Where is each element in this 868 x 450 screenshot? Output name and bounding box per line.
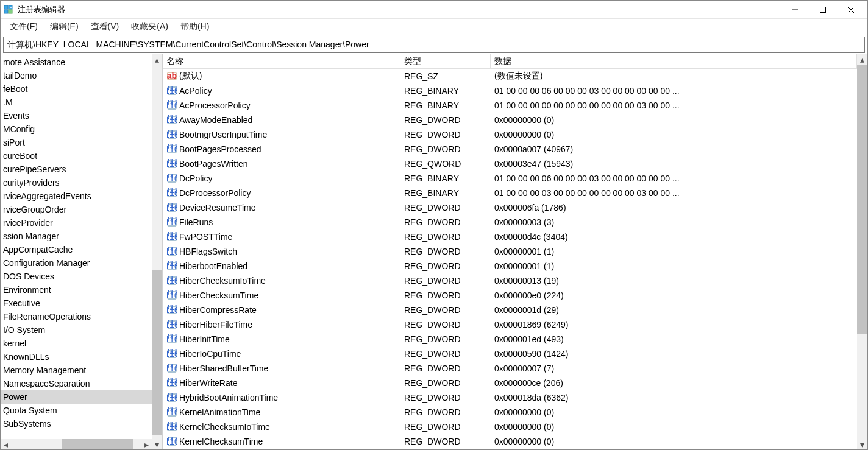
list-row[interactable]: 011110DeviceResumeTimeREG_DWORD0x000006f… [163, 200, 857, 215]
tree-item[interactable]: Configuration Manager [1, 256, 152, 270]
tree-item[interactable]: I/O System [1, 323, 152, 337]
value-name: HiberCompressRate [179, 305, 257, 315]
tree-item[interactable]: feBoot [1, 82, 152, 96]
tree-item[interactable]: Memory Management [1, 364, 152, 377]
tree-item[interactable]: .M [1, 96, 152, 109]
list-row[interactable]: 011110FwPOSTTimeREG_DWORD0x00000d4c (340… [163, 230, 857, 244]
binary-value-icon: 011110 [166, 188, 177, 199]
list-row[interactable]: ab(默认)REG_SZ(数值未设置) [163, 69, 857, 83]
menu-help[interactable]: 帮助(H) [175, 19, 215, 34]
scroll-down-icon[interactable]: ▾ [152, 439, 162, 449]
list-row[interactable]: 011110HiberChecksumTimeREG_DWORD0x000000… [163, 288, 857, 303]
list-row[interactable]: 011110HiberIoCpuTimeREG_DWORD0x00000590 … [163, 346, 857, 361]
menu-file[interactable]: 文件(F) [4, 19, 43, 34]
scroll-up-icon[interactable]: ▴ [857, 54, 867, 65]
tree-item[interactable]: Events [1, 109, 152, 122]
scroll-down-icon[interactable]: ▾ [857, 439, 867, 449]
tree-item[interactable]: Power [1, 390, 152, 404]
address-bar[interactable]: 计算机\HKEY_LOCAL_MACHINE\SYSTEM\CurrentCon… [3, 37, 865, 53]
list-row[interactable]: 011110HiberChecksumIoTimeREG_DWORD0x0000… [163, 273, 857, 288]
svg-text:110: 110 [167, 100, 177, 110]
value-type: REG_DWORD [400, 364, 491, 373]
list-row[interactable]: 011110HBFlagsSwitchREG_DWORD0x00000001 (… [163, 244, 857, 259]
svg-text:110: 110 [167, 86, 177, 96]
tree-vscroll-track[interactable] [152, 65, 162, 439]
tree-item[interactable]: kernel [1, 337, 152, 350]
list-row[interactable]: 011110AcProcessorPolicyREG_BINARY01 00 0… [163, 98, 857, 113]
list-vscroll-thumb[interactable] [857, 65, 867, 334]
tree-hscroll[interactable]: ◂ ▸ [1, 439, 152, 449]
svg-text:110: 110 [167, 144, 177, 154]
list-row[interactable]: 011110HiberbootEnabledREG_DWORD0x0000000… [163, 259, 857, 273]
menu-view[interactable]: 查看(V) [85, 19, 125, 34]
col-header-type[interactable]: 类型 [400, 54, 491, 68]
tree-item[interactable]: Quota System [1, 404, 152, 417]
tree-item[interactable]: siPort [1, 136, 152, 149]
tree-item[interactable]: Environment [1, 283, 152, 297]
tree-item[interactable]: rviceProvider [1, 216, 152, 230]
tree-item[interactable]: Executive [1, 297, 152, 310]
minimize-button[interactable] [781, 1, 809, 19]
value-data: 0x00003e47 (15943) [491, 159, 857, 169]
list-row[interactable]: 011110KernelChecksumTimeREG_DWORD0x00000… [163, 434, 857, 449]
list-row[interactable]: 011110HiberHiberFileTimeREG_DWORD0x00001… [163, 317, 857, 332]
list-row[interactable]: 011110FileRunsREG_DWORD0x00000003 (3) [163, 215, 857, 230]
list-row[interactable]: 011110DcProcessorPolicyREG_BINARY01 00 0… [163, 186, 857, 200]
titlebar[interactable]: 注册表编辑器 [1, 1, 867, 19]
tree-item-label: .M [3, 97, 13, 107]
value-type: REG_BINARY [400, 100, 491, 110]
list-row[interactable]: 011110BootmgrUserInputTimeREG_DWORD0x000… [163, 127, 857, 142]
menu-edit[interactable]: 编辑(E) [44, 19, 84, 34]
list-row[interactable]: 011110BootPagesProcessedREG_DWORD0x0000a… [163, 142, 857, 156]
tree-item[interactable]: cureBoot [1, 149, 152, 163]
value-name: BootPagesWritten [179, 159, 248, 169]
tree-item[interactable]: SubSystems [1, 417, 152, 431]
tree-hscroll-track[interactable] [11, 439, 141, 449]
value-data: (数值未设置) [491, 71, 857, 82]
list-row[interactable]: 011110BootPagesWrittenREG_QWORD0x00003e4… [163, 156, 857, 171]
list-row[interactable]: 011110HiberCompressRateREG_DWORD0x000000… [163, 303, 857, 317]
list-row[interactable]: 011110HiberInitTimeREG_DWORD0x000001ed (… [163, 332, 857, 346]
tree-vscroll-thumb[interactable] [152, 270, 162, 435]
list-row[interactable]: 011110HybridBootAnimationTimeREG_DWORD0x… [163, 390, 857, 405]
tree-item[interactable]: tailDemo [1, 69, 152, 82]
value-type: REG_DWORD [400, 407, 491, 417]
tree-item[interactable]: rviceAggregatedEvents [1, 189, 152, 203]
tree-item[interactable]: curePipeServers [1, 163, 152, 176]
tree-item[interactable]: FileRenameOperations [1, 310, 152, 323]
tree-item[interactable]: KnownDLLs [1, 350, 152, 364]
tree-item[interactable]: DOS Devices [1, 270, 152, 283]
list-row[interactable]: 011110KernelAnimationTimeREG_DWORD0x0000… [163, 405, 857, 420]
close-button[interactable] [837, 1, 865, 19]
tree-item[interactable]: rviceGroupOrder [1, 203, 152, 216]
list-row[interactable]: 011110AwayModeEnabledREG_DWORD0x00000000… [163, 113, 857, 127]
tree-pane[interactable]: mote AssistancetailDemofeBoot.MEventsMCo… [1, 54, 163, 449]
list-row[interactable]: 011110HiberSharedBufferTimeREG_DWORD0x00… [163, 361, 857, 376]
col-header-name[interactable]: 名称 [163, 54, 400, 68]
tree-item[interactable]: ssion Manager [1, 230, 152, 243]
tree-item[interactable]: NamespaceSeparation [1, 377, 152, 390]
maximize-button[interactable] [809, 1, 837, 19]
tree-hscroll-thumb[interactable] [62, 439, 133, 449]
list-row[interactable]: 011110AcPolicyREG_BINARY01 00 00 00 06 0… [163, 83, 857, 98]
tree-item[interactable]: MConfig [1, 122, 152, 136]
svg-text:110: 110 [167, 159, 177, 169]
tree-item[interactable]: mote Assistance [1, 55, 152, 69]
scroll-right-icon[interactable]: ▸ [141, 439, 152, 449]
list-row[interactable]: 011110HiberWriteRateREG_DWORD0x000000ce … [163, 376, 857, 390]
col-header-data[interactable]: 数据 [491, 54, 857, 68]
binary-value-icon: 011110 [166, 261, 177, 272]
list-vscroll-track[interactable] [857, 65, 867, 439]
tree-vscroll[interactable]: ▴ ▾ [152, 54, 162, 449]
value-data: 01 00 00 00 06 00 00 00 03 00 00 00 00 0… [491, 86, 857, 96]
value-name: AwayModeEnabled [179, 115, 252, 125]
list-row[interactable]: 011110KernelChecksumIoTimeREG_DWORD0x000… [163, 420, 857, 434]
tree-item[interactable]: AppCompatCache [1, 243, 152, 256]
scroll-up-icon[interactable]: ▴ [152, 54, 162, 65]
value-data: 0x000000ce (206) [491, 378, 857, 388]
tree-item[interactable]: curityProviders [1, 176, 152, 189]
list-row[interactable]: 011110DcPolicyREG_BINARY01 00 00 00 06 0… [163, 171, 857, 186]
scroll-left-icon[interactable]: ◂ [1, 439, 11, 449]
menu-favorites[interactable]: 收藏夹(A) [126, 19, 174, 34]
list-vscroll[interactable]: ▴ ▾ [857, 54, 867, 449]
